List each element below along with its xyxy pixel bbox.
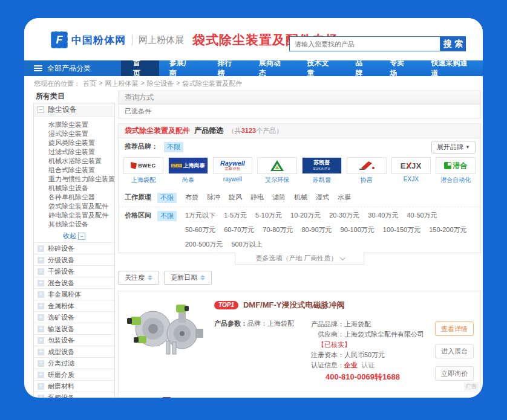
sub-category[interactable]: 重力与惯性力除尘装置 (48, 175, 114, 184)
plus-icon[interactable]: + (38, 326, 44, 332)
sidebar-item-metal-powder[interactable]: +金属粉体 (34, 300, 114, 311)
brand-unlimited-tag[interactable]: 不限 (164, 142, 183, 152)
minus-icon[interactable]: − (38, 106, 44, 113)
sub-category[interactable]: 组合式除尘装置 (48, 166, 114, 175)
filter-option[interactable]: 200-500万元 (185, 240, 223, 249)
sidebar-item-pump-valve[interactable]: +泵阀设备 (34, 392, 114, 398)
plus-icon[interactable]: + (38, 245, 44, 252)
brand-shanghaidaipei[interactable]: BWEC 上海袋配 (123, 157, 163, 184)
breadcrumb-link[interactable]: 网上粉体展 (105, 79, 138, 88)
filter-option[interactable]: 1万元以下 (185, 211, 215, 220)
sidebar-item-grinding-media[interactable]: +研磨介质 (34, 369, 114, 380)
filter-option[interactable]: 80-90万元 (301, 225, 332, 234)
brand-shangtai[interactable]: STYH上海尚泰 尚泰 (168, 157, 208, 184)
enter-booth-button[interactable]: 进入展台 (435, 344, 474, 358)
sort-by-date-button[interactable]: 更新日期 (164, 271, 212, 285)
filter-option[interactable]: 5-10万元 (255, 211, 282, 220)
sidebar-item-wear-material[interactable]: +耐磨材料 (34, 380, 114, 392)
sub-category[interactable]: 水膜除尘装置 (48, 120, 114, 129)
sub-category[interactable]: 旋风类除尘装置 (48, 138, 114, 147)
filter-option[interactable]: 水膜 (338, 193, 351, 202)
sidebar-item-separation[interactable]: +分离过滤 (34, 357, 114, 369)
sub-category[interactable]: 静电除尘装置及配件 (48, 211, 114, 220)
brand-xiechang[interactable]: 协昌 (347, 157, 387, 184)
sub-category[interactable]: 过滤式除尘装置 (48, 147, 114, 157)
filter-option[interactable]: 20-30万元 (329, 211, 359, 220)
breadcrumb-link[interactable]: 除尘设备 (147, 79, 174, 88)
sidebar-item-classifying[interactable]: +分级设备 (34, 254, 114, 265)
filter-option[interactable]: 湿式 (316, 193, 329, 202)
filter-option[interactable]: 旋风 (229, 193, 242, 202)
sidebar-group-dust-equipment[interactable]: − 除尘设备 (34, 103, 114, 117)
brand-exjx[interactable]: EXJX EXJX (391, 157, 431, 184)
price-unlimited-tag[interactable]: 不限 (157, 211, 177, 221)
sidebar-item-drying[interactable]: +干燥设备 (34, 265, 114, 277)
sub-category-current[interactable]: 袋式除尘装置及配件 (48, 202, 114, 211)
brand-qianhe[interactable]: 潜合 潜合自动化 (436, 157, 476, 184)
filter-option[interactable]: 70-80万元 (263, 225, 293, 234)
filter-option[interactable]: 50-60万元 (185, 225, 215, 234)
filter-option[interactable]: 100-150万元 (383, 225, 420, 234)
plus-icon[interactable]: + (38, 303, 44, 309)
all-categories-menu[interactable]: 全部产品分类 (24, 60, 121, 76)
sidebar-item-forming[interactable]: +成型设备 (34, 346, 114, 357)
brand-aierhuanbao[interactable]: 艾尔环保 (257, 157, 297, 184)
sidebar-item-packaging[interactable]: +包装设备 (34, 334, 114, 346)
filter-option[interactable]: 1-5万元 (224, 211, 247, 220)
inquiry-button[interactable]: 立即询价 (435, 366, 474, 381)
product-title[interactable]: DMF/MF-Y浸没式电磁脉冲阀 (243, 300, 345, 311)
expand-brands-button[interactable]: 展开品牌 ▼ (431, 141, 476, 153)
filter-option[interactable]: 布袋 (185, 193, 198, 202)
plus-icon[interactable]: + (38, 337, 44, 344)
more-options-toggle[interactable]: 更多选项（产地 厂商性质） (235, 253, 364, 265)
sub-category[interactable]: 各种单机除尘器 (48, 193, 114, 202)
plus-icon[interactable]: + (38, 291, 44, 298)
sort-by-attention-button[interactable]: 关注度 (118, 271, 159, 285)
sidebar-item-nonmetal-powder[interactable]: +非金属粉体 (34, 288, 114, 300)
sidebar-item-mixing[interactable]: +混合设备 (34, 277, 114, 288)
nav-item-quick-purchase[interactable]: 快速采购通道 (420, 60, 483, 76)
sub-category[interactable]: 机械除尘设备 (48, 184, 114, 193)
filter-option[interactable]: 500万以上 (231, 240, 262, 249)
filter-option[interactable]: 滤筒 (272, 193, 286, 202)
sidebar-item-mineral[interactable]: +选矿设备 (34, 311, 114, 323)
nav-item-articles[interactable]: 技术文章 (297, 60, 345, 76)
view-detail-button[interactable]: 查看详情 (435, 321, 474, 336)
filter-option[interactable]: 60-70万元 (224, 225, 254, 234)
filter-option[interactable]: 150-200万元 (429, 225, 466, 234)
sub-category[interactable]: 湿式除尘装置 (48, 129, 114, 138)
sub-category[interactable]: 其他除尘设备 (48, 220, 114, 229)
sidebar-item-conveying[interactable]: +输送设备 (34, 323, 114, 334)
sub-category[interactable]: 机械水浴除尘装置 (48, 157, 114, 166)
nav-item-ranking[interactable]: 排行榜 (208, 60, 249, 76)
filter-option[interactable]: 脉冲 (207, 193, 220, 202)
product-image[interactable] (126, 299, 204, 357)
search-input[interactable] (289, 36, 440, 51)
plus-icon[interactable]: + (38, 349, 44, 355)
plus-icon[interactable]: + (38, 360, 44, 367)
brand-sukaipu[interactable]: 苏凯普SUKAIPU 苏凯普 (302, 157, 342, 184)
nav-item-home[interactable]: 首页 (121, 60, 159, 76)
brand-raywell[interactable]: Raywell雷威·科技 raywell (213, 157, 253, 184)
filter-option[interactable]: 机械 (294, 193, 307, 202)
nav-item-exhibitors[interactable]: 参展厂商 (159, 60, 208, 76)
filter-option[interactable]: 静电 (250, 193, 264, 202)
plus-icon[interactable]: + (38, 314, 44, 321)
collapse-toggle[interactable]: 收起 − (34, 230, 114, 242)
sidebar-item-crushing[interactable]: +粉碎设备 (34, 242, 114, 254)
plus-icon[interactable]: + (38, 383, 44, 390)
filter-option[interactable]: 10-20万元 (290, 211, 321, 220)
filter-option[interactable]: 30-40万元 (368, 211, 398, 220)
plus-icon[interactable]: + (38, 372, 44, 378)
plus-icon[interactable]: + (38, 395, 44, 398)
principle-unlimited-tag[interactable]: 不限 (157, 193, 177, 203)
nav-item-stores[interactable]: 专卖场 (379, 60, 420, 76)
nav-item-brands[interactable]: 品牌 (345, 60, 379, 76)
breadcrumb-link[interactable]: 首页 (83, 79, 96, 88)
search-button[interactable]: 搜 索 (440, 36, 466, 51)
plus-icon[interactable]: + (38, 268, 44, 275)
nav-item-news[interactable]: 展商动态 (249, 60, 297, 76)
filter-option[interactable]: 40-50万元 (407, 211, 437, 220)
filter-option[interactable]: 90-100万元 (341, 225, 375, 234)
supplier-value[interactable]: 上海袋式除尘配件有限公司 (344, 331, 424, 338)
